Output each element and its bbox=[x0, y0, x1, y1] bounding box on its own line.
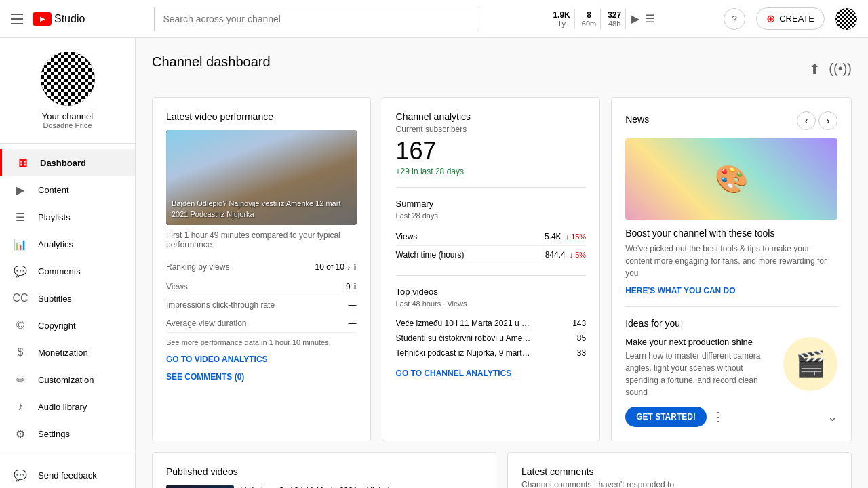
top-videos-list: Veće između 10 i 11 Marta 2021 u Njujork… bbox=[396, 316, 587, 361]
sidebar-item-label-customization: Customization bbox=[38, 375, 94, 385]
subtitles-icon: CC bbox=[14, 291, 27, 305]
news-cta[interactable]: HERE'S WHAT YOU CAN DO bbox=[625, 286, 837, 296]
top-video-row[interactable]: Tehnički podcast iz Nujorka, 9 mart 2021… bbox=[396, 346, 587, 361]
top-vid-count: 143 bbox=[572, 319, 586, 328]
views-info-icon[interactable]: ℹ bbox=[353, 281, 357, 291]
comments-stat: 8 60m bbox=[578, 9, 601, 29]
watch-time-metric-row: Watch time (hours) 844.4 ↓ 5% bbox=[396, 246, 587, 264]
sidebar-item-content[interactable]: ▶ Content bbox=[0, 176, 135, 203]
topbar: Studio 1.9K 1y 8 60m 327 48h ▶ ☰ ? ⊕ CRE… bbox=[0, 0, 868, 38]
upload-icon[interactable]: ⬆ bbox=[809, 61, 821, 77]
sidebar-item-analytics[interactable]: 📊 Analytics bbox=[0, 230, 135, 258]
subs-stat-num: 327 bbox=[608, 10, 621, 20]
perf-note: First 1 hour 49 minutes compared to your… bbox=[166, 230, 357, 249]
top-video-row[interactable]: Studenti su čistokrvni robovi u Americi … bbox=[396, 331, 587, 346]
get-started-button[interactable]: GET STARTED! bbox=[625, 407, 707, 427]
ranking-nav-arrow[interactable]: › bbox=[347, 262, 351, 272]
ideas-illustration: 🎬 bbox=[783, 337, 837, 391]
sidebar-item-label-monetization: Monetization bbox=[38, 348, 88, 358]
sidebar-item-label-audio-library: Audio library bbox=[38, 402, 87, 412]
watch-time-label: Watch time (hours) bbox=[396, 250, 465, 260]
top-video-row[interactable]: Veće između 10 i 11 Marta 2021 u Njujork… bbox=[396, 316, 587, 331]
help-button[interactable]: ? bbox=[724, 8, 745, 30]
views-row: Views 9 ℹ bbox=[166, 277, 357, 296]
user-avatar[interactable] bbox=[835, 8, 857, 30]
sidebar-channel: Your channel Dosadne Price bbox=[0, 38, 135, 144]
sidebar-item-subtitles[interactable]: CC Subtitles bbox=[0, 285, 135, 312]
main-content: Channel dashboard ⬆ ((•)) Latest video p… bbox=[136, 38, 868, 488]
settings-icon: ⚙ bbox=[14, 427, 27, 441]
content-icon: ▶ bbox=[14, 183, 27, 197]
impressions-val: — bbox=[349, 300, 357, 310]
go-to-video-analytics-link[interactable]: GO TO VIDEO ANALYTICS bbox=[166, 354, 357, 364]
top-vid-title: Veće između 10 i 11 Marta 2021 u Njujork… bbox=[396, 319, 532, 328]
published-video-item[interactable]: Veće između 10 i 11 Marta 2021 u Njujork… bbox=[166, 480, 482, 488]
info-icon[interactable]: ℹ bbox=[353, 262, 357, 272]
sidebar-item-dashboard[interactable]: ⊞ Dashboard bbox=[0, 149, 135, 176]
channel-avatar[interactable] bbox=[41, 52, 95, 106]
list-icon: ☰ bbox=[645, 12, 654, 25]
comments-stat-sub: 60m bbox=[582, 20, 596, 28]
top-vid-title: Studenti su čistokrvni robovi u Americi … bbox=[396, 333, 532, 343]
latest-comments-title: Latest comments bbox=[521, 466, 837, 477]
customization-icon: ✏ bbox=[14, 373, 27, 386]
published-videos-title: Published videos bbox=[166, 466, 482, 477]
latest-comments-card: Latest comments Channel comments I haven… bbox=[507, 452, 852, 488]
top-videos-title: Top videos bbox=[396, 287, 587, 297]
sidebar-item-playlists[interactable]: ☰ Playlists bbox=[0, 203, 135, 230]
published-videos-list: Veće između 10 i 11 Marta 2021 u Njujork… bbox=[166, 480, 482, 488]
pub-thumb bbox=[166, 485, 234, 488]
sidebar-item-copyright[interactable]: © Copyright bbox=[0, 312, 135, 339]
search-bar[interactable] bbox=[154, 7, 479, 31]
sidebar-item-label-dashboard: Dashboard bbox=[40, 158, 86, 168]
avg-view-val: — bbox=[349, 319, 357, 328]
avg-view-row: Average view duration — bbox=[166, 314, 357, 333]
pub-title: Veće između 10 i 11 Marta 2021 u Njujork… bbox=[241, 485, 482, 488]
ideas-more-button[interactable]: ⋮ bbox=[712, 409, 724, 424]
sidebar-nav: ⊞ Dashboard ▶ Content ☰ Playlists 📊 Anal… bbox=[0, 144, 135, 453]
sidebar-item-settings[interactable]: ⚙ Settings bbox=[0, 420, 135, 447]
see-comments-link[interactable]: SEE COMMENTS (0) bbox=[166, 372, 357, 382]
video-thumbnail-text: Bajden Odlepio? Najnovije vesti iz Ameri… bbox=[166, 193, 357, 225]
news-next-button[interactable]: › bbox=[818, 111, 837, 130]
pub-info: Veće između 10 i 11 Marta 2021 u Njujork… bbox=[241, 485, 482, 488]
news-card: News ‹ › 🎨 Boost your channel with these… bbox=[611, 97, 852, 441]
sidebar-item-monetization[interactable]: $ Monetization bbox=[0, 339, 135, 366]
menu-button[interactable] bbox=[11, 11, 27, 27]
top-vid-title: Tehnički podcast iz Nujorka, 9 mart 2021… bbox=[396, 348, 532, 358]
sidebar-item-customization[interactable]: ✏ Customization bbox=[0, 366, 135, 393]
sidebar-item-send-feedback[interactable]: 💬 Send feedback bbox=[0, 462, 135, 488]
go-to-channel-analytics-link[interactable]: GO TO CHANNEL ANALYTICS bbox=[396, 369, 587, 378]
sidebar-item-label-content: Content bbox=[38, 185, 69, 195]
live-icon[interactable]: ((•)) bbox=[829, 61, 852, 77]
sidebar-item-audio-library[interactable]: ♪ Audio library bbox=[0, 393, 135, 420]
views-val: 9 ℹ bbox=[346, 281, 357, 291]
news-prev-button[interactable]: ‹ bbox=[797, 111, 816, 130]
summary-sub: Last 28 days bbox=[396, 211, 587, 220]
analytics-card-title: Channel analytics bbox=[396, 111, 587, 122]
views-stat-sub: 1y bbox=[557, 20, 566, 28]
ideas-desc: Learn how to master different camera ang… bbox=[625, 350, 775, 399]
comments-stat-num: 8 bbox=[587, 10, 591, 20]
yt-logo[interactable]: Studio bbox=[33, 12, 85, 26]
video-icon: ▶ bbox=[631, 12, 639, 25]
sidebar-item-label-playlists: Playlists bbox=[38, 212, 71, 222]
page-title: Channel dashboard bbox=[152, 54, 271, 70]
expand-icon[interactable]: ⌄ bbox=[827, 409, 837, 424]
avatar-img bbox=[835, 8, 857, 30]
sidebar-item-comments[interactable]: 💬 Comments bbox=[0, 258, 135, 285]
subscriber-count: 167 bbox=[396, 137, 587, 165]
search-input[interactable] bbox=[154, 7, 479, 31]
dashboard-icon: ⊞ bbox=[16, 156, 29, 169]
ranking-label: Ranking by views bbox=[166, 262, 229, 272]
summary-title: Summary bbox=[396, 199, 587, 209]
audio-library-icon: ♪ bbox=[14, 400, 27, 413]
ideas-text: Make your next production shine Learn ho… bbox=[625, 337, 775, 399]
ideas-actions: GET STARTED! ⋮ ⌄ bbox=[625, 407, 837, 427]
video-thumbnail[interactable]: Bajden Odlepio? Najnovije vesti iz Ameri… bbox=[166, 130, 357, 225]
sidebar-item-label-subtitles: Subtitles bbox=[38, 293, 72, 304]
comments-sub: Channel comments I haven't responded to bbox=[521, 480, 837, 488]
copyright-icon: © bbox=[14, 319, 27, 332]
dashboard-grid: Latest video performance Bajden Odlepio?… bbox=[152, 97, 852, 441]
create-button[interactable]: ⊕ CREATE bbox=[756, 7, 825, 30]
